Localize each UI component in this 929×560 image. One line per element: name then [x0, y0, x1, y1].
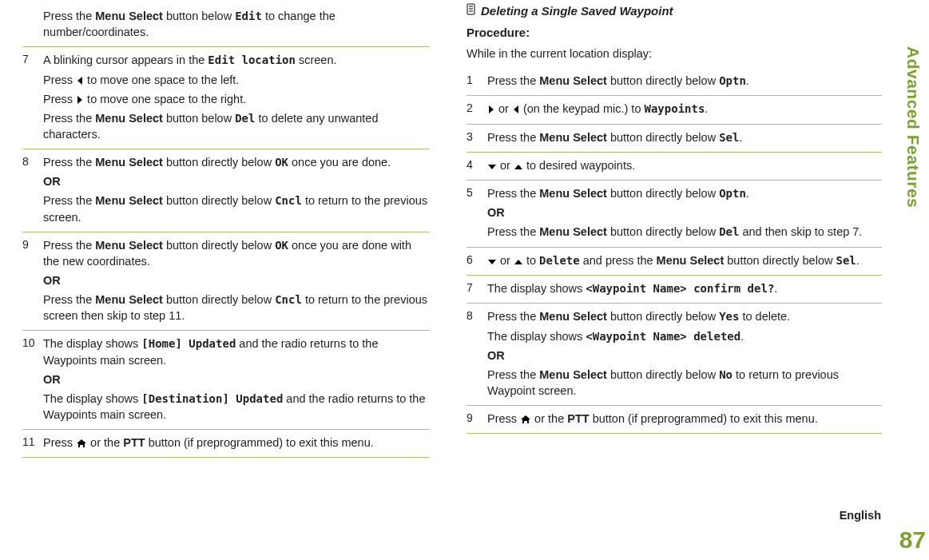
- mono-cncl: Cncl: [275, 194, 302, 207]
- text: Press the: [43, 10, 95, 22]
- left-arrow-icon: [76, 76, 84, 85]
- text: Press the: [487, 187, 539, 200]
- text: Press the: [43, 112, 95, 125]
- step-body: The display shows <Waypoint Name> confir…: [487, 280, 882, 296]
- subheading-text: Deleting a Single Saved Waypoint: [481, 4, 673, 18]
- bold-menu-select: Menu Select: [539, 74, 607, 87]
- mono-delete: Delete: [539, 254, 580, 267]
- home-icon: [520, 415, 531, 424]
- text: Press the: [487, 310, 539, 323]
- text: screen.: [296, 54, 337, 66]
- text: button directly below: [163, 239, 275, 252]
- bold-menu-select: Menu Select: [539, 310, 607, 323]
- or-label: OR: [487, 206, 505, 219]
- up-arrow-icon: [514, 258, 523, 266]
- step-7: 7 A blinking cursor appears in the Edit …: [22, 47, 430, 149]
- mono-home-updated: [Home] Updated: [141, 337, 236, 350]
- text: A blinking cursor appears in the: [43, 54, 208, 66]
- text: The display shows: [487, 282, 586, 295]
- r-step-6: 6 or to Delete and press the Menu Select…: [466, 248, 882, 276]
- step-number: 10: [22, 336, 43, 423]
- step-number: 9: [466, 411, 487, 427]
- step-body: Press the Menu Select button directly be…: [43, 154, 430, 225]
- text: .: [705, 102, 708, 115]
- bold-menu-select: Menu Select: [539, 131, 607, 144]
- step-number: 6: [466, 252, 487, 268]
- text: The display shows: [487, 330, 586, 343]
- text: button below: [163, 112, 235, 125]
- text: button directly below: [163, 194, 275, 207]
- bold-menu-select: Menu Select: [95, 293, 163, 306]
- svg-marker-2: [77, 439, 86, 447]
- mono-destination-updated: [Destination] Updated: [141, 392, 283, 405]
- home-icon: [76, 439, 87, 448]
- svg-marker-7: [489, 105, 494, 113]
- down-arrow-icon: [487, 163, 497, 171]
- step-body: Press the Menu Select button directly be…: [487, 73, 882, 89]
- text: button directly below: [724, 254, 836, 267]
- text: .: [739, 131, 742, 144]
- or-label: OR: [43, 373, 61, 386]
- mono-sel: Sel: [719, 131, 739, 144]
- step-body: Press the Menu Select button directly be…: [43, 237, 430, 324]
- text: to delete.: [739, 310, 790, 323]
- text: .: [746, 74, 749, 87]
- r-step-8: 8 Press the Menu Select button directly …: [466, 304, 882, 406]
- step-body: The display shows [Home] Updated and the…: [43, 336, 430, 423]
- step-number: 8: [22, 154, 43, 225]
- mono-optn: Optn: [719, 74, 746, 87]
- r-step-5: 5 Press the Menu Select button directly …: [466, 181, 882, 248]
- text: button (if preprogrammed) to exit this m…: [145, 436, 374, 449]
- r-step-3: 3 Press the Menu Select button directly …: [466, 125, 882, 153]
- step-number: 7: [22, 52, 43, 142]
- text: button directly below: [607, 187, 719, 200]
- r-step-9: 9 Press or the PTT button (if preprogram…: [466, 406, 882, 434]
- bold-menu-select: Menu Select: [95, 156, 163, 169]
- svg-marker-13: [521, 415, 530, 423]
- intro-text: While in the current location display:: [466, 47, 882, 68]
- mono-ok: OK: [275, 239, 288, 252]
- step-number: 11: [22, 435, 43, 451]
- page-number: 87: [899, 526, 926, 554]
- text: Press the: [43, 293, 95, 306]
- step-10: 10 The display shows [Home] Updated and …: [22, 331, 430, 430]
- svg-marker-12: [514, 260, 522, 264]
- or-label: OR: [43, 175, 61, 188]
- bold-ptt: PTT: [123, 436, 145, 449]
- text: Press: [43, 93, 76, 105]
- mono-optn: Optn: [719, 187, 746, 200]
- svg-marker-1: [77, 96, 82, 104]
- svg-marker-9: [488, 165, 496, 169]
- step-number: 7: [466, 280, 487, 296]
- step-number: 4: [466, 157, 487, 173]
- procedure-label: Procedure:: [466, 24, 882, 47]
- step-number: 5: [466, 185, 487, 240]
- bold-menu-select: Menu Select: [95, 112, 163, 125]
- subheading: Deleting a Single Saved Waypoint: [466, 3, 882, 24]
- text: (on the keypad mic.) to: [520, 102, 645, 115]
- text: button directly below: [607, 310, 719, 323]
- text: Press the: [43, 194, 95, 207]
- right-arrow-icon: [76, 95, 84, 105]
- text: Press: [487, 412, 520, 425]
- mono-sel: Sel: [836, 254, 856, 267]
- step-body: or to desired waypoints.: [487, 157, 882, 173]
- text: Press: [43, 436, 76, 449]
- mono-waypoints: Waypoints: [645, 102, 705, 115]
- mono-del: Del: [719, 225, 739, 238]
- mono-confirm-del: <Waypoint Name> confirm del?: [586, 282, 774, 295]
- step-body: or to Delete and press the Menu Select b…: [487, 252, 882, 268]
- text: or the: [87, 436, 123, 449]
- right-column: Deleting a Single Saved Waypoint Procedu…: [466, 3, 882, 458]
- text: Press the: [487, 368, 539, 381]
- mono-ok: OK: [275, 156, 288, 169]
- text: and press the: [580, 254, 657, 267]
- bold-menu-select: Menu Select: [539, 225, 607, 238]
- language-label: English: [840, 509, 881, 522]
- text: Press: [43, 73, 76, 86]
- page: Press the Menu Select button below Edit …: [0, 0, 929, 560]
- text: or: [497, 254, 514, 267]
- step-body: Press the Menu Select button directly be…: [487, 308, 882, 399]
- right-arrow-icon: [487, 105, 495, 114]
- text: Press the: [487, 74, 539, 87]
